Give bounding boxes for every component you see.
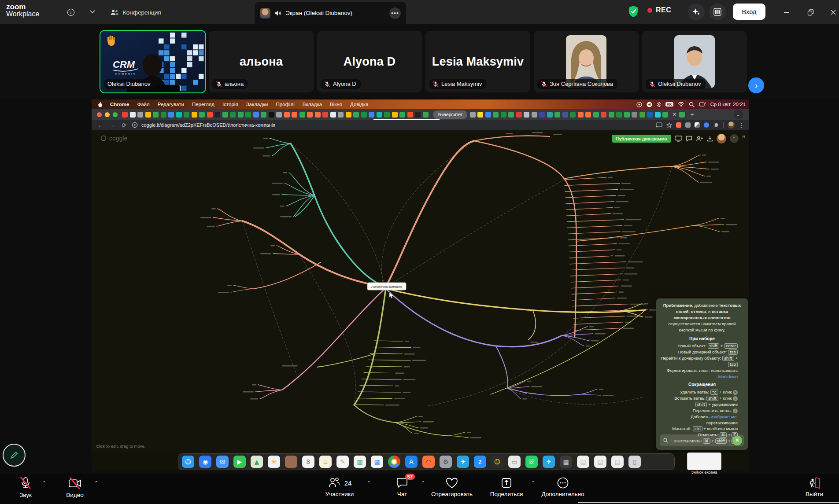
dock-icon-keynote[interactable]: ▦ [371,456,383,468]
browser-tab-favicon[interactable] [276,112,282,118]
security-shield-icon[interactable] [627,5,639,18]
menu-item[interactable]: Редагувати [154,102,188,107]
dock-icon-window-app[interactable]: ▭ [508,456,521,468]
menu-item[interactable]: Історія [218,102,242,107]
browser-tab-favicon[interactable] [524,112,529,118]
quotes-icon[interactable]: ” [742,136,746,141]
menu-item[interactable]: Закладки [242,102,272,107]
participant-tile-photo[interactable]: Зоя Сергіївна Соколова [534,31,639,92]
browser-tab-favicon[interactable] [284,112,290,118]
dock-icon-document-2[interactable]: ▤ [594,456,606,468]
vk-menubar-badge[interactable]: VK [665,102,673,107]
browser-tab-favicon[interactable] [307,112,313,118]
browser-tab-favicon[interactable] [168,112,174,118]
next-participants-button[interactable]: › [748,77,764,93]
browser-tab-favicon[interactable] [547,112,553,118]
browser-tab-favicon[interactable] [192,112,197,118]
back-icon[interactable]: ← [98,122,103,129]
spotlight-search-icon[interactable] [689,102,695,107]
participant-tile-video[interactable]: CRM GENESIS Oleksii Diubanov [100,31,205,92]
dock-icon-photos[interactable]: ✳ [268,456,280,468]
dock-icon-chrome[interactable] [388,456,400,468]
dock-icon-maps[interactable]: ▲ [251,456,263,468]
dock-icon-photo-booth[interactable]: ☺ [491,456,503,468]
browser-tab-favicon[interactable] [137,112,143,118]
browser-tab-favicon[interactable] [361,112,367,118]
dock-icon-notes[interactable]: ≡ [319,456,332,468]
participant-tile-text[interactable]: альона альона [209,31,314,92]
close-button[interactable] [827,6,839,18]
extension-icon[interactable] [676,122,681,128]
dock-icon-document-3[interactable]: ▤ [611,456,624,468]
participants-options-caret[interactable]: ⌃ [367,480,371,486]
browser-tab-favicon[interactable] [392,112,398,118]
react-button[interactable]: Отреагировать [427,476,477,497]
browser-tab-favicon[interactable] [609,112,614,118]
tab-options-icon[interactable]: ••• [389,7,401,19]
menubar-telegram-icon[interactable] [647,102,652,107]
browser-menu-kebab-icon[interactable]: ⋮ [739,122,745,129]
traffic-lights[interactable] [92,112,122,117]
more-button[interactable]: Дополнительно [536,476,589,497]
tab-search-chevron-icon[interactable]: ⌄ [733,110,743,119]
dock-icon-facetime[interactable]: ▶ [233,456,246,468]
participant-tile-text[interactable]: Alyona D Alyona D [317,31,422,92]
participant-tile-photo[interactable]: Oleksii Diubanov [642,31,747,92]
browser-tab-favicon[interactable] [679,112,685,118]
mind-map[interactable]: Логістична компанія [92,130,749,452]
browser-tab-favicon[interactable] [207,112,213,118]
browser-tab-favicon[interactable] [161,112,166,118]
bluetooth-icon[interactable] [657,102,661,107]
browser-tab-favicon[interactable] [662,112,668,118]
browser-tab-favicon[interactable] [322,112,328,118]
browser-tab-favicon[interactable] [253,112,259,118]
site-info-icon[interactable] [132,122,138,128]
browser-tab-favicon[interactable] [532,112,537,118]
browser-tab-favicon[interactable] [384,112,390,118]
browser-tab-favicon[interactable] [315,112,321,118]
browser-tab-favicon[interactable] [261,112,266,118]
browser-tab-favicon[interactable] [269,112,274,118]
dock-icon-keyboard-app[interactable]: ▦ [560,456,572,468]
browser-tab-favicon[interactable] [516,112,522,118]
browser-tab-favicon[interactable] [346,112,351,118]
browser-tab-favicon[interactable] [245,112,251,118]
chat-button[interactable]: 57 Чат [387,476,418,497]
dock-icon-finder[interactable]: ☺ [182,456,194,468]
menu-item[interactable]: Профілі [272,102,298,107]
browser-tab-favicon[interactable] [145,112,151,118]
browser-tab-favicon[interactable] [214,112,220,118]
extensions-puzzle-icon[interactable] [713,122,719,128]
minimize-button[interactable] [780,6,793,18]
browser-tab-favicon[interactable] [647,112,653,118]
browser-tab-favicon[interactable] [238,112,244,118]
invite-person-icon[interactable] [696,136,703,142]
browser-tab-favicon[interactable] [655,112,661,118]
dock-icon-mail[interactable]: ✉ [216,456,229,468]
video-options-caret[interactable]: ⌃ [94,480,98,486]
browser-tab-favicon[interactable] [122,112,128,118]
dock-icon-firefox[interactable]: ◠ [422,456,435,468]
share-button[interactable]: Поделиться [486,476,527,497]
forward-icon[interactable]: → [110,122,115,129]
browser-tab-favicon[interactable] [330,112,336,118]
control-center-icon[interactable] [699,102,706,107]
browser-tab-favicon[interactable] [585,112,591,118]
browser-tab-favicon[interactable] [578,112,584,118]
browser-tab-favicon[interactable] [377,112,382,118]
dock-icon-telegram-2[interactable]: ✈ [543,456,555,468]
chat-options-caret[interactable]: ⌃ [421,480,425,486]
annotate-button[interactable] [3,444,26,467]
restore-button[interactable] [804,6,817,18]
browser-tab-favicon[interactable] [470,112,476,118]
video-button[interactable]: Видео [59,476,91,498]
browser-tab-favicon[interactable] [508,112,514,118]
dock-icon-appstore[interactable]: A [405,456,418,468]
chevron-down-icon[interactable] [88,7,97,16]
comments-icon[interactable] [686,136,692,142]
browser-tab-favicon[interactable] [477,112,483,118]
tab-meeting[interactable]: Конференция [110,5,161,19]
browser-tab-favicon[interactable] [639,112,645,118]
leave-button[interactable]: Выйти [799,476,830,497]
browser-tab-favicon[interactable] [485,112,491,118]
